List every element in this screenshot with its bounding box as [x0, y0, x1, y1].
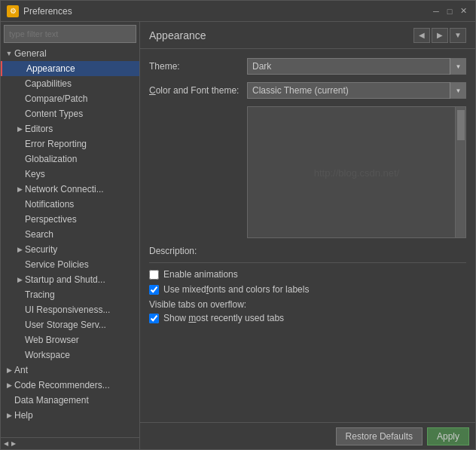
scroll-right-arrow[interactable]: ▶	[10, 439, 17, 448]
preview-watermark: http://blog.csdn.net/	[314, 167, 399, 178]
use-mixed-fonts-checkbox[interactable]	[149, 285, 159, 295]
tree-item-service-policies[interactable]: Service Policies	[1, 257, 139, 272]
color-font-select-wrapper: Classic Theme (current) ▼	[247, 82, 466, 99]
tree-item-ui-responsive[interactable]: UI Responsiveness...	[1, 302, 139, 317]
expand-icon: ▶	[14, 276, 25, 283]
show-recent-tabs-label: Show most recently used tabs	[163, 313, 284, 323]
expand-icon: ▶	[14, 246, 25, 253]
restore-defaults-button[interactable]: Restore Defaults	[336, 427, 423, 445]
tree-item-ant[interactable]: ▶ Ant	[1, 363, 139, 378]
apply-button[interactable]: Apply	[427, 427, 469, 445]
tree-item-label: Globalization	[25, 154, 77, 164]
tree-item-keys[interactable]: Keys	[1, 167, 139, 182]
tree-item-label: UI Responsiveness...	[25, 305, 110, 315]
description-label: Description:	[149, 246, 466, 256]
tree-item-label: Ant	[14, 365, 28, 375]
nav-dropdown-button[interactable]: ▼	[450, 28, 466, 43]
enable-animations-label: Enable animations	[163, 269, 238, 280]
tree-item-label: Notifications	[25, 199, 74, 210]
tree-item-general[interactable]: ▼ General	[1, 46, 139, 61]
preview-scroll-thumb[interactable]	[457, 110, 465, 140]
color-font-select[interactable]: Classic Theme (current)	[247, 82, 466, 99]
tree-item-security[interactable]: ▶ Security	[1, 242, 139, 257]
tree-item-label: Network Connecti...	[25, 184, 104, 194]
tree-item-label: Search	[25, 229, 53, 240]
right-header: Appearance ◀ ▶ ▼	[140, 22, 475, 49]
filter-input[interactable]	[4, 25, 136, 43]
tree-item-label: Service Policies	[25, 259, 89, 270]
tree-item-perspectives[interactable]: Perspectives	[1, 212, 139, 227]
show-recent-tabs-row: Show most recently used tabs	[149, 313, 466, 323]
tree-item-label: Content Types	[25, 109, 83, 119]
color-font-row: Color and Font theme: Classic Theme (cur…	[149, 82, 466, 99]
tree-item-data-management[interactable]: Data Management	[1, 393, 139, 408]
expand-icon: ▶	[4, 366, 14, 374]
tree-item-label: Error Reporting	[25, 139, 87, 149]
tree-item-label: Editors	[25, 124, 53, 134]
forward-button[interactable]: ▶	[432, 28, 448, 43]
tree-item-label: Data Management	[14, 395, 89, 406]
theme-row: Theme: Dark ▼	[149, 58, 466, 75]
window-icon: ⚙	[7, 5, 19, 17]
visible-tabs-label: Visible tabs on overflow:	[149, 299, 246, 310]
maximize-button[interactable]: □	[444, 5, 456, 17]
tree-item-content-types[interactable]: Content Types	[1, 106, 139, 121]
main-content: ▼ General Appearance Capabilities Compar…	[1, 22, 475, 449]
separator	[149, 262, 466, 263]
tree-container: ▼ General Appearance Capabilities Compar…	[1, 46, 139, 437]
theme-select-wrapper: Dark ▼	[247, 58, 466, 75]
expand-icon: ▼	[4, 50, 14, 57]
tree-item-label: User Storage Serv...	[25, 320, 106, 330]
left-panel: ▼ General Appearance Capabilities Compar…	[1, 22, 140, 449]
nav-buttons: ◀ ▶ ▼	[413, 28, 466, 43]
preferences-window: ⚙ Preferences ─ □ ✕ ▼ General Appearance	[0, 0, 476, 450]
window-controls: ─ □ ✕	[430, 5, 469, 17]
tree-item-label: Capabilities	[25, 78, 72, 89]
color-font-label: Color and Font theme:	[149, 85, 247, 96]
tree-item-tracing[interactable]: Tracing	[1, 287, 139, 302]
expand-icon: ▶	[14, 185, 25, 193]
tree-item-editors[interactable]: ▶ Editors	[1, 121, 139, 136]
tree-item-startup[interactable]: ▶ Startup and Shutd...	[1, 272, 139, 287]
right-body: Theme: Dark ▼ Color and Font theme: Clas…	[140, 49, 475, 422]
expand-icon: ▶	[4, 412, 14, 419]
tree-item-search[interactable]: Search	[1, 227, 139, 242]
expand-icon: ▶	[14, 125, 25, 133]
tree-item-label: Keys	[25, 169, 45, 179]
tree-item-workspace[interactable]: Workspace	[1, 347, 139, 363]
scroll-left-arrow[interactable]: ◀	[2, 439, 10, 448]
tree-item-appearance[interactable]: Appearance	[1, 61, 139, 76]
tree-item-web-browser[interactable]: Web Browser	[1, 332, 139, 347]
tree-item-help[interactable]: ▶ Help	[1, 408, 139, 423]
theme-label: Theme:	[149, 61, 247, 72]
show-recent-tabs-checkbox[interactable]	[149, 314, 159, 323]
tree-item-label: Help	[14, 410, 33, 421]
tree-item-error-reporting[interactable]: Error Reporting	[1, 136, 139, 152]
tree-item-label: Web Browser	[25, 335, 79, 345]
tree-item-network-conn[interactable]: ▶ Network Connecti...	[1, 182, 139, 197]
preview-box: http://blog.csdn.net/	[247, 106, 466, 238]
tree-item-capabilities[interactable]: Capabilities	[1, 76, 139, 91]
close-button[interactable]: ✕	[457, 5, 469, 17]
tree-item-compare-patch[interactable]: Compare/Patch	[1, 91, 139, 106]
tree-item-code-recommenders[interactable]: ▶ Code Recommenders...	[1, 378, 139, 393]
preview-scrollbar	[455, 107, 465, 237]
right-panel-title: Appearance	[149, 29, 206, 41]
minimize-button[interactable]: ─	[430, 5, 442, 17]
use-mixed-fonts-label: Use mixedfonts and colors for labels	[163, 284, 309, 295]
tree-item-globalization[interactable]: Globalization	[1, 152, 139, 167]
tree-item-label: Security	[25, 244, 57, 255]
window-title: Preferences	[23, 6, 430, 17]
tree-item-user-storage[interactable]: User Storage Serv...	[1, 317, 139, 332]
tree-item-notifications[interactable]: Notifications	[1, 197, 139, 212]
expand-icon: ▶	[4, 381, 14, 389]
tree-item-label: Compare/Patch	[25, 93, 87, 104]
theme-select[interactable]: Dark	[247, 58, 466, 75]
enable-animations-checkbox[interactable]	[149, 270, 159, 280]
tree-item-label: Tracing	[25, 289, 55, 300]
right-panel: Appearance ◀ ▶ ▼ Theme: Dark ▼	[140, 22, 475, 449]
title-bar: ⚙ Preferences ─ □ ✕	[1, 1, 475, 22]
enable-animations-row: Enable animations	[149, 269, 466, 280]
bottom-scroll-bar: ◀ ▶	[1, 437, 139, 449]
back-button[interactable]: ◀	[413, 28, 430, 43]
